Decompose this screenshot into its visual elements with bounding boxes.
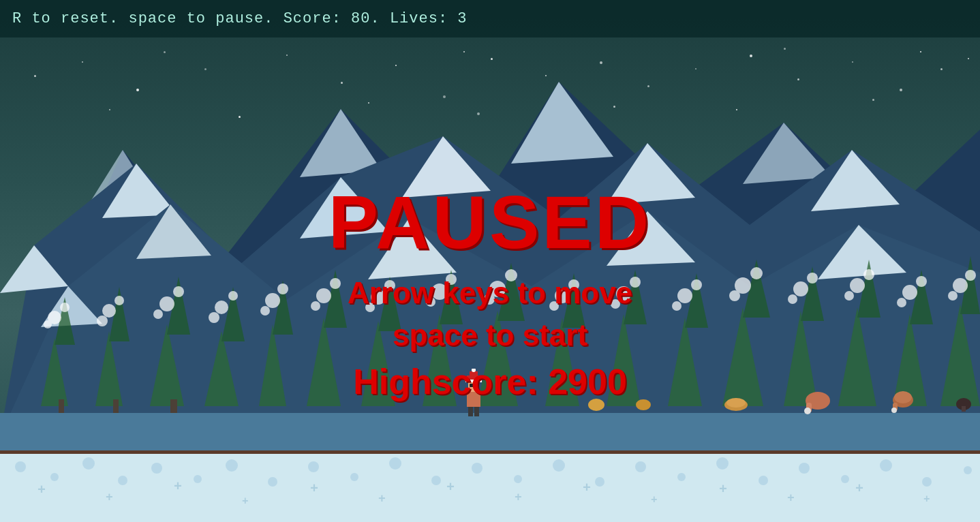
pause-instructions: Arrow keys to move space to start <box>348 272 632 356</box>
highscore-text: Highscore: 2900 <box>353 361 627 402</box>
space-start-text: space to start <box>393 318 587 352</box>
hud-text: R to reset. space to pause. Score: 80. L… <box>12 10 468 27</box>
paused-title: PAUSED <box>328 185 652 260</box>
arrow-keys-text: Arrow keys to move <box>348 276 632 309</box>
game-container: + + + + + + + + + + + + + + <box>0 0 980 522</box>
hud-bar: R to reset. space to pause. Score: 80. L… <box>0 0 980 37</box>
pause-overlay: PAUSED Arrow keys to move space to start… <box>0 37 980 522</box>
